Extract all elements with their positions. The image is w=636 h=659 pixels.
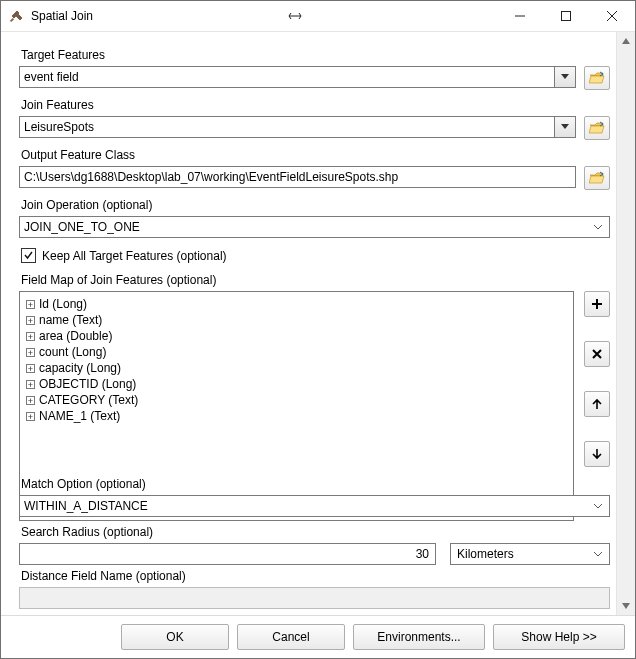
keep-all-label: Keep All Target Features (optional) xyxy=(42,249,227,263)
field-map-item-label: NAME_1 (Text) xyxy=(39,409,120,423)
folder-open-icon xyxy=(589,71,605,85)
expand-icon[interactable]: + xyxy=(26,364,35,373)
show-help-button[interactable]: Show Help >> xyxy=(493,624,625,650)
field-map-item[interactable]: +name (Text) xyxy=(26,312,567,328)
x-icon xyxy=(591,348,603,360)
window-title: Spatial Join xyxy=(31,9,93,23)
field-map-side-buttons xyxy=(584,291,610,473)
chevron-down-icon xyxy=(591,496,605,516)
close-button[interactable] xyxy=(589,1,635,31)
field-map-item-label: area (Double) xyxy=(39,329,112,343)
search-radius-unit-combo[interactable]: Kilometers xyxy=(450,543,610,565)
field-map-item-label: capacity (Long) xyxy=(39,361,121,375)
target-features-label: Target Features xyxy=(21,48,610,62)
field-map-item[interactable]: +CATEGORY (Text) xyxy=(26,392,567,408)
expand-icon[interactable]: + xyxy=(26,300,35,309)
join-features-value: LeisureSpots xyxy=(24,120,94,134)
environments-button[interactable]: Environments... xyxy=(353,624,485,650)
arrow-up-icon xyxy=(591,398,603,410)
field-map-item[interactable]: +NAME_1 (Text) xyxy=(26,408,567,424)
join-features-label: Join Features xyxy=(21,98,610,112)
output-path-input[interactable] xyxy=(19,166,576,188)
expand-icon[interactable]: + xyxy=(26,348,35,357)
add-field-button[interactable] xyxy=(584,291,610,317)
distance-field-label: Distance Field Name (optional) xyxy=(21,569,610,583)
search-radius-unit-value: Kilometers xyxy=(457,547,514,561)
field-map-item[interactable]: +OBJECTID (Long) xyxy=(26,376,567,392)
move-up-button[interactable] xyxy=(584,391,610,417)
browse-output-button[interactable] xyxy=(584,166,610,190)
match-option-label: Match Option (optional) xyxy=(21,477,610,491)
search-radius-input[interactable] xyxy=(19,543,436,565)
field-map-item-label: OBJECTID (Long) xyxy=(39,377,136,391)
ok-button[interactable]: OK xyxy=(121,624,229,650)
field-map-item-label: CATEGORY (Text) xyxy=(39,393,138,407)
distance-field-input xyxy=(19,587,610,609)
expand-icon[interactable]: + xyxy=(26,316,35,325)
minimize-button[interactable] xyxy=(497,1,543,31)
match-option-combo[interactable]: WITHIN_A_DISTANCE xyxy=(19,495,610,517)
expand-icon[interactable]: + xyxy=(26,380,35,389)
chevron-down-icon xyxy=(554,67,575,87)
field-map-item[interactable]: +capacity (Long) xyxy=(26,360,567,376)
field-map-label: Field Map of Join Features (optional) xyxy=(21,273,610,287)
cancel-button[interactable]: Cancel xyxy=(237,624,345,650)
field-map-item-label: name (Text) xyxy=(39,313,102,327)
move-down-button[interactable] xyxy=(584,441,610,467)
field-map-item-label: count (Long) xyxy=(39,345,106,359)
plus-icon xyxy=(591,298,603,310)
resize-handle-icon[interactable] xyxy=(272,1,318,31)
field-map-item[interactable]: +Id (Long) xyxy=(26,296,567,312)
dialog-body: Target Features event field Join Feature… xyxy=(1,32,616,615)
vertical-scrollbar[interactable] xyxy=(616,32,635,615)
field-map-item-label: Id (Long) xyxy=(39,297,87,311)
keep-all-checkbox[interactable] xyxy=(21,248,36,263)
scroll-up-icon[interactable] xyxy=(617,32,635,50)
field-map-item[interactable]: +count (Long) xyxy=(26,344,567,360)
chevron-down-icon xyxy=(591,544,605,564)
maximize-button[interactable] xyxy=(543,1,589,31)
remove-field-button[interactable] xyxy=(584,341,610,367)
svg-rect-0 xyxy=(10,18,14,22)
browse-target-button[interactable] xyxy=(584,66,610,90)
chevron-down-icon xyxy=(591,217,605,237)
folder-open-icon xyxy=(589,171,605,185)
svg-rect-1 xyxy=(562,12,571,21)
join-op-value: JOIN_ONE_TO_ONE xyxy=(24,220,140,234)
field-map-item[interactable]: +area (Double) xyxy=(26,328,567,344)
spatial-join-dialog: Spatial Join Target Features event field xyxy=(0,0,636,659)
chevron-down-icon xyxy=(554,117,575,137)
search-radius-label: Search Radius (optional) xyxy=(21,525,610,539)
expand-icon[interactable]: + xyxy=(26,396,35,405)
output-label: Output Feature Class xyxy=(21,148,610,162)
expand-icon[interactable]: + xyxy=(26,412,35,421)
join-op-combo[interactable]: JOIN_ONE_TO_ONE xyxy=(19,216,610,238)
folder-open-icon xyxy=(589,121,605,135)
match-option-value: WITHIN_A_DISTANCE xyxy=(24,499,148,513)
titlebar: Spatial Join xyxy=(1,1,635,32)
dialog-footer: OK Cancel Environments... Show Help >> xyxy=(1,615,635,658)
join-features-select[interactable]: LeisureSpots xyxy=(19,116,576,138)
browse-join-button[interactable] xyxy=(584,116,610,140)
target-features-value: event field xyxy=(24,70,79,84)
join-op-label: Join Operation (optional) xyxy=(21,198,610,212)
tool-icon xyxy=(9,8,25,24)
expand-icon[interactable]: + xyxy=(26,332,35,341)
target-features-select[interactable]: event field xyxy=(19,66,576,88)
arrow-down-icon xyxy=(591,448,603,460)
scroll-down-icon[interactable] xyxy=(617,597,635,615)
